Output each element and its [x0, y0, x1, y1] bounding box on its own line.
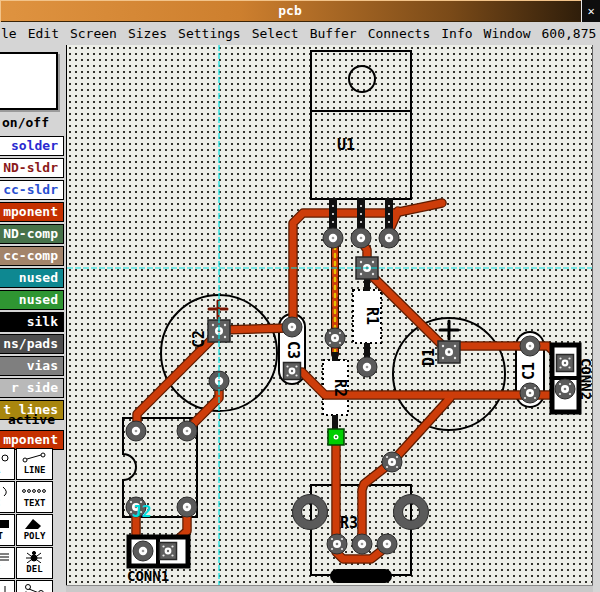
layer-button-unused-1[interactable]: nused: [0, 268, 64, 288]
menu-item-screen[interactable]: Screen: [70, 26, 117, 41]
arc-icon: [3, 487, 6, 496]
pcb-drawing: U1 R3 R1 R2 C3 C2 D1 C1 CONN1 CONN2 J2: [67, 45, 594, 585]
found-pad[interactable]: [328, 429, 344, 445]
label-r2: R2: [331, 379, 349, 397]
right-window-strip: [593, 45, 600, 592]
label-r3: R3: [340, 514, 358, 532]
via[interactable]: [382, 452, 402, 472]
board-preview-thumbnail[interactable]: [0, 52, 58, 110]
layer-button-vcc-comp[interactable]: cc-comp: [0, 246, 64, 266]
label-c3: C3: [284, 341, 302, 359]
tool-arc-button[interactable]: C: [0, 481, 15, 513]
tool-poly-button[interactable]: POLY: [16, 514, 53, 546]
tool-rot-button[interactable]: [0, 580, 15, 592]
menu-item-sizes[interactable]: Sizes: [128, 26, 167, 41]
tool-line-button[interactable]: LINE: [16, 448, 53, 480]
pcb-canvas[interactable]: U1 R3 R1 R2 C3 C2 D1 C1 CONN1 CONN2 J2: [66, 45, 593, 585]
label-c1: C1: [520, 362, 538, 380]
layer-button-vias[interactable]: vias: [0, 356, 64, 376]
layer-button-silk[interactable]: silk: [0, 312, 64, 332]
close-icon[interactable]: ✕: [581, 0, 600, 22]
layer-button-solder[interactable]: solder: [0, 136, 64, 156]
tool-rect-button[interactable]: CT: [0, 514, 15, 546]
layer-button-list: solder ND-sldr cc-sldr mponent ND-comp c…: [0, 136, 64, 422]
tool-text-button[interactable]: TEXT: [16, 481, 53, 513]
label-u1: U1: [337, 136, 355, 154]
mounting-hole-outline: [349, 66, 375, 92]
label-r1: R1: [363, 307, 381, 325]
pcb-application-window: pcb ✕ le Edit Screen Sizes Settings Sele…: [0, 0, 600, 592]
buf-icon: [0, 550, 12, 563]
label-conn2: CONN2: [578, 358, 594, 400]
cursor-coordinates: 600,875: [542, 26, 597, 41]
layer-onoff-label: on/off: [2, 115, 49, 130]
layer-button-far-side[interactable]: r side: [0, 378, 64, 398]
tool-buf-button[interactable]: F: [0, 547, 15, 579]
thermal-icon: [17, 583, 50, 592]
label-j2-selected: J2: [132, 502, 151, 521]
poly-icon: [25, 519, 41, 529]
layer-button-pins-pads[interactable]: ns/pads: [0, 334, 64, 354]
d1-plus-mark: [440, 321, 458, 339]
rect-icon: [0, 520, 9, 528]
label-conn1: CONN1: [127, 568, 169, 584]
menu-item-file[interactable]: le: [1, 26, 17, 41]
menu-item-connects[interactable]: Connects: [368, 26, 431, 41]
left-panel: on/off solder ND-sldr cc-sldr mponent ND…: [0, 45, 66, 592]
active-layer-button[interactable]: mponent: [0, 430, 64, 450]
bottom-window-strip: [66, 585, 600, 592]
tool-thrm-button[interactable]: [16, 580, 53, 592]
tool-palette: A LINE C TEXT CT: [0, 448, 66, 592]
text-icon: [17, 484, 50, 497]
copper-traces[interactable]: [136, 203, 565, 559]
c2-plus-mark: [209, 301, 227, 318]
window-title: pcb: [0, 3, 580, 18]
layer-button-unused-2[interactable]: nused: [0, 290, 64, 310]
menu-item-settings[interactable]: Settings: [178, 26, 241, 41]
menu-item-edit[interactable]: Edit: [28, 26, 59, 41]
component-u1[interactable]: [311, 51, 411, 199]
label-d1: D1: [420, 348, 438, 366]
menu-item-window[interactable]: Window: [484, 26, 531, 41]
layer-button-vcc-sldr[interactable]: cc-sldr: [0, 180, 64, 200]
line-icon: [17, 451, 50, 464]
layer-button-gnd-sldr[interactable]: ND-sldr: [0, 158, 64, 178]
via[interactable]: [325, 328, 345, 348]
tool-via-button[interactable]: A: [0, 448, 15, 480]
menu-item-buffer[interactable]: Buffer: [310, 26, 357, 41]
bug-icon: [17, 550, 50, 563]
menu-item-info[interactable]: Info: [441, 26, 472, 41]
title-bar[interactable]: pcb ✕: [0, 0, 600, 22]
r3-shaft-bar: [330, 569, 392, 583]
layer-button-gnd-comp[interactable]: ND-comp: [0, 224, 64, 244]
active-layer-label: active: [8, 412, 55, 427]
menu-item-select[interactable]: Select: [252, 26, 299, 41]
layer-button-component[interactable]: mponent: [0, 202, 64, 222]
tool-del-button[interactable]: DEL: [16, 547, 53, 579]
label-c2: C2: [190, 330, 208, 348]
via-icon: [2, 455, 8, 461]
menu-bar: le Edit Screen Sizes Settings Select Buf…: [0, 22, 600, 45]
